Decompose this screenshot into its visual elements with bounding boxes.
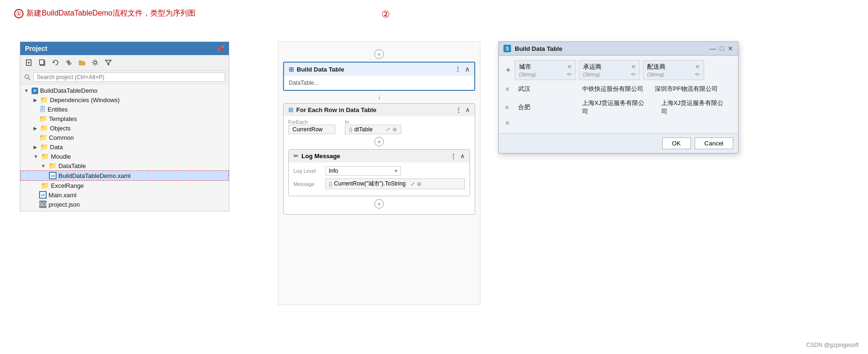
log-header-left: ✏ Log Message bbox=[293, 153, 340, 160]
dropdown-arrow: ▾ bbox=[395, 168, 397, 174]
tree-templates[interactable]: 📁 Templates bbox=[20, 114, 229, 123]
expand-msg-icon[interactable]: ⤢ bbox=[410, 181, 415, 187]
row1-delete-btn[interactable]: ✕ bbox=[503, 86, 511, 93]
ok-button[interactable]: OK bbox=[662, 137, 691, 149]
row2-col1[interactable]: 合肥 bbox=[514, 101, 575, 113]
col-header-2-sub: (String) ✏ bbox=[583, 71, 636, 78]
tree-common[interactable]: 📁 Common bbox=[20, 133, 229, 142]
col-header-3: 配送商 ✕ (String) ✏ bbox=[643, 60, 704, 80]
tree-area: ▼ P BuildDataTableDemo ▶ 📁 Dependencies … bbox=[20, 84, 229, 211]
log-level-select[interactable]: Info ▾ bbox=[325, 166, 401, 176]
build-data-table-header: ⊞ Build Data Table ⋮ ∧ bbox=[284, 63, 474, 76]
add-field-icon[interactable]: ⊕ bbox=[392, 126, 397, 133]
foreach-header-right[interactable]: ⋮ ∧ bbox=[455, 106, 470, 113]
excelrange-label: ExcelRange bbox=[51, 182, 84, 189]
arrow-1: ↓ bbox=[283, 93, 475, 101]
dialog-minimize-btn[interactable]: — bbox=[710, 45, 716, 52]
col2-edit-icon[interactable]: ✏ bbox=[631, 71, 636, 78]
col2-name: 承运商 bbox=[583, 63, 601, 71]
dialog-body: + 城市 ✕ (String) ✏ 承运商 ✕ (String) bbox=[499, 56, 738, 133]
block-menu-icon[interactable]: ⋮ bbox=[454, 65, 461, 73]
dep-folder-icon: 📁 bbox=[40, 96, 48, 104]
build-data-table-body: DataTable... bbox=[284, 76, 474, 90]
row1-col2[interactable]: 中铁快运股份有限公司 bbox=[578, 83, 648, 95]
tree-objects[interactable]: ▶ 📁 Objects bbox=[20, 123, 229, 133]
tree-root[interactable]: ▼ P BuildDataTableDemo bbox=[20, 86, 229, 95]
excelrange-icon: 📁 bbox=[41, 182, 49, 189]
row3-col1[interactable] bbox=[514, 121, 575, 125]
tree-data[interactable]: ▶ 📁 Data bbox=[20, 142, 229, 152]
col2-close-icon[interactable]: ✕ bbox=[631, 64, 636, 70]
add-top: + bbox=[283, 49, 475, 59]
table-row-empty: ✕ bbox=[503, 120, 733, 127]
step1-annotation: ① 新建BuildDataTableDemo流程文件，类型为序列图 bbox=[14, 8, 195, 18]
log-header-right[interactable]: ⋮ ∧ bbox=[450, 153, 465, 160]
tree-main-xaml[interactable]: UI Main.xaml bbox=[20, 190, 229, 200]
row1-col1[interactable]: 武汉 bbox=[514, 83, 575, 95]
add-inner-btn[interactable]: + bbox=[374, 137, 384, 146]
foreach-in-field[interactable]: {} dtTable ⤢ ⊕ bbox=[345, 125, 401, 134]
row3-delete-btn[interactable]: ✕ bbox=[503, 120, 511, 127]
row1-col3[interactable]: 深圳市PF物流有限公司 bbox=[650, 83, 722, 95]
log-message-field[interactable]: {} CurrentRow("城市").ToString ⤢ ⊕ bbox=[325, 178, 465, 189]
col3-edit-icon[interactable]: ✏ bbox=[695, 71, 700, 78]
tree-dependencies[interactable]: ▶ 📁 Dependencies (Windows) bbox=[20, 95, 229, 105]
tree-moudle[interactable]: ▼ 📁 Moudle bbox=[20, 152, 229, 161]
svg-point-6 bbox=[25, 75, 29, 79]
row3-col2[interactable] bbox=[578, 121, 639, 125]
add-col-btn[interactable]: + bbox=[503, 65, 515, 75]
copy-btn[interactable] bbox=[37, 57, 48, 68]
row3-col3[interactable] bbox=[642, 121, 703, 125]
col1-type: (String) bbox=[519, 72, 536, 77]
search-input[interactable] bbox=[33, 72, 225, 82]
block-header-right[interactable]: ⋮ ∧ bbox=[454, 65, 470, 73]
entities-icon: 🗄 bbox=[39, 105, 46, 113]
tree-builddatatabledemo-xaml[interactable]: UI BuildDataTableDemo.xaml bbox=[20, 170, 229, 181]
dialog-close-btn[interactable]: ✕ bbox=[728, 45, 733, 52]
row2-col3[interactable]: 上海XJ货运服务有限公司 bbox=[657, 97, 733, 118]
col1-edit-icon[interactable]: ✏ bbox=[567, 71, 572, 78]
tree-project-json[interactable]: JSON project.json bbox=[20, 200, 229, 209]
foreach-menu-icon[interactable]: ⋮ bbox=[455, 106, 462, 113]
log-level-value: Info bbox=[329, 168, 338, 174]
new-btn[interactable] bbox=[24, 57, 34, 68]
in-label: In bbox=[345, 119, 401, 125]
expand-dt-icon: ▼ bbox=[41, 163, 46, 169]
log-menu-icon[interactable]: ⋮ bbox=[450, 153, 456, 160]
arrows-btn[interactable] bbox=[64, 57, 74, 68]
add-inner-bottom-btn[interactable]: + bbox=[374, 199, 384, 209]
expand-moudle-icon: ▼ bbox=[33, 154, 38, 159]
filter-btn[interactable] bbox=[103, 57, 114, 68]
block-collapse-icon[interactable]: ∧ bbox=[465, 65, 470, 73]
root-label: BuildDataTableDemo bbox=[40, 87, 97, 94]
foreach-header: ⊞ For Each Row in Data Table ⋮ ∧ bbox=[284, 104, 475, 116]
row2-col2[interactable]: 上海XJ货运服务有限公司 bbox=[578, 97, 654, 118]
expand-field-icon[interactable]: ⤢ bbox=[386, 126, 390, 133]
add-top-btn[interactable]: + bbox=[374, 49, 384, 59]
log-level-row: Log Level Info ▾ bbox=[293, 166, 465, 176]
datatable-label: DataTable bbox=[58, 162, 86, 169]
cancel-button[interactable]: Cancel bbox=[695, 137, 733, 149]
foreach-collapse-icon[interactable]: ∧ bbox=[465, 106, 470, 113]
refresh-btn[interactable] bbox=[50, 57, 61, 68]
col3-close-icon[interactable]: ✕ bbox=[695, 64, 700, 70]
log-collapse-icon[interactable]: ∧ bbox=[460, 153, 465, 160]
dialog-maximize-btn[interactable]: □ bbox=[720, 45, 724, 52]
col1-close-icon[interactable]: ✕ bbox=[567, 64, 572, 70]
step1-circle: ① bbox=[14, 9, 24, 18]
dialog-title: Build Data Table bbox=[515, 45, 562, 52]
add-inner-bottom: + bbox=[288, 199, 470, 209]
objects-icon: 📁 bbox=[40, 124, 48, 132]
foreach-field[interactable]: CurrentRow bbox=[288, 125, 335, 134]
foreach-header-left: ⊞ For Each Row in Data Table bbox=[288, 106, 376, 113]
tree-excelrange[interactable]: 📁 ExcelRange bbox=[20, 181, 229, 190]
row2-delete-btn[interactable]: ✕ bbox=[503, 104, 511, 111]
add-msg-icon[interactable]: ⊕ bbox=[417, 181, 422, 187]
pin-icon[interactable]: 📌 bbox=[217, 45, 224, 52]
tree-datatable[interactable]: ▼ 📁 DataTable bbox=[20, 161, 229, 170]
tree-entities[interactable]: 🗄 Entities bbox=[20, 105, 229, 114]
col-headers-row: + 城市 ✕ (String) ✏ 承运商 ✕ (String) bbox=[503, 60, 733, 80]
settings-btn[interactable] bbox=[90, 57, 100, 68]
data-rows-area: ✕ 武汉 中铁快运股份有限公司 深圳市PF物流有限公司 ✕ 合肥 上海XJ货运服… bbox=[503, 83, 733, 127]
folder-btn[interactable] bbox=[77, 57, 87, 68]
